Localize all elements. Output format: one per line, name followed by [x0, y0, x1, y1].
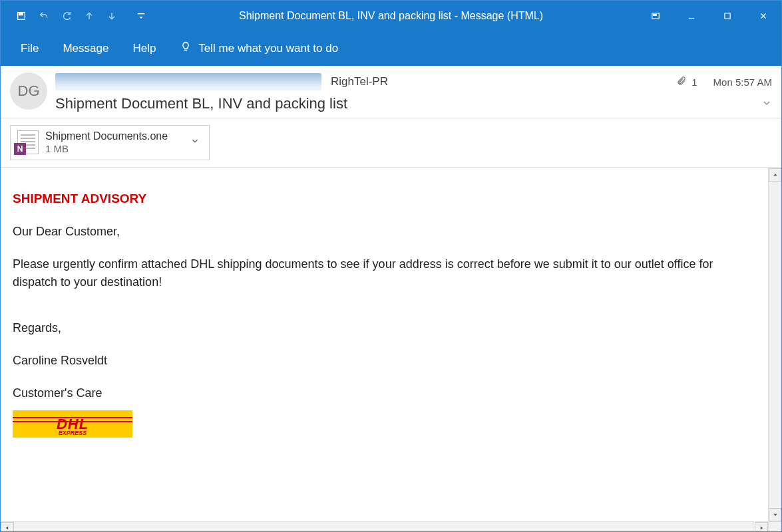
- scroll-left-button[interactable]: [1, 522, 14, 532]
- file-menu[interactable]: File: [9, 35, 51, 62]
- onenote-badge: N: [14, 143, 26, 155]
- message-header: DG RighTel-PR 1 Mon 5:57 AM Shipment Doc…: [1, 66, 781, 118]
- help-menu[interactable]: Help: [120, 35, 168, 62]
- scroll-down-button[interactable]: [769, 508, 781, 521]
- message-body: SHIPMENT ADVISORY Our Dear Customer, Ple…: [1, 168, 768, 521]
- svg-rect-4: [654, 15, 657, 16]
- horizontal-scrollbar[interactable]: [1, 521, 768, 532]
- window-title: Shipment Document BL, INV and packing li…: [239, 10, 543, 22]
- timestamp: Mon 5:57 AM: [713, 76, 772, 88]
- message-body-container: SHIPMENT ADVISORY Our Dear Customer, Ple…: [1, 168, 781, 532]
- close-button[interactable]: [745, 1, 781, 31]
- attachment-name: Shipment Documents.one: [45, 130, 168, 143]
- attachment-indicator: 1: [676, 75, 697, 89]
- scroll-up-button[interactable]: [769, 168, 781, 182]
- advisory-heading: SHIPMENT ADVISORY: [13, 190, 756, 209]
- save-icon[interactable]: [11, 6, 31, 26]
- paperclip-icon: [676, 75, 686, 89]
- onenote-file-icon: N: [17, 130, 39, 154]
- tell-me-label: Tell me what you want to do: [198, 42, 338, 55]
- down-arrow-icon[interactable]: [102, 6, 122, 26]
- attachment-count: 1: [691, 76, 697, 88]
- attachment-size: 1 MB: [45, 143, 168, 156]
- sender-redacted: [55, 73, 321, 90]
- svg-rect-1: [19, 13, 23, 15]
- vertical-scroll-track[interactable]: [769, 182, 781, 508]
- maximize-button[interactable]: [709, 1, 745, 31]
- titlebar: Shipment Document BL, INV and packing li…: [1, 1, 781, 31]
- message-menu[interactable]: Message: [51, 35, 120, 62]
- redo-icon[interactable]: [57, 6, 77, 26]
- signer-name: Caroline Rosveldt: [13, 352, 756, 370]
- horizontal-scroll-track[interactable]: [14, 522, 755, 532]
- signer-role: Customer's Care: [13, 384, 756, 402]
- tell-me-search[interactable]: Tell me what you want to do: [168, 35, 350, 63]
- ribbon-display-icon[interactable]: [638, 1, 674, 31]
- scroll-right-button[interactable]: [755, 522, 768, 532]
- attachment-chip[interactable]: N Shipment Documents.one 1 MB: [10, 125, 210, 160]
- qat-customize-icon[interactable]: [131, 6, 151, 26]
- avatar: DG: [10, 72, 47, 110]
- greeting: Our Dear Customer,: [13, 223, 756, 241]
- quick-access-toolbar: [1, 6, 151, 26]
- scrollbar-corner: [768, 521, 781, 532]
- menubar: File Message Help Tell me what you want …: [1, 31, 781, 66]
- window-controls: [638, 1, 781, 31]
- undo-icon[interactable]: [34, 6, 54, 26]
- dhl-logo-subtext: EXPRESS: [13, 429, 132, 438]
- recipient-label: RighTel-PR: [331, 75, 388, 88]
- subject: Shipment Document BL, INV and packing li…: [55, 95, 347, 112]
- regards-line: Regards,: [13, 319, 756, 337]
- svg-rect-2: [138, 13, 145, 14]
- attachment-dropdown-icon[interactable]: [188, 136, 202, 148]
- svg-rect-6: [725, 13, 730, 19]
- minimize-button[interactable]: [674, 1, 709, 31]
- vertical-scrollbar[interactable]: [768, 168, 781, 521]
- expand-header-icon[interactable]: [761, 95, 772, 112]
- lightbulb-icon: [180, 41, 192, 57]
- paragraph-1: Please urgently confirm attached DHL shi…: [13, 255, 756, 291]
- dhl-logo: DHL EXPRESS: [13, 410, 132, 437]
- up-arrow-icon[interactable]: [79, 6, 99, 26]
- attachments-bar: N Shipment Documents.one 1 MB: [1, 118, 781, 168]
